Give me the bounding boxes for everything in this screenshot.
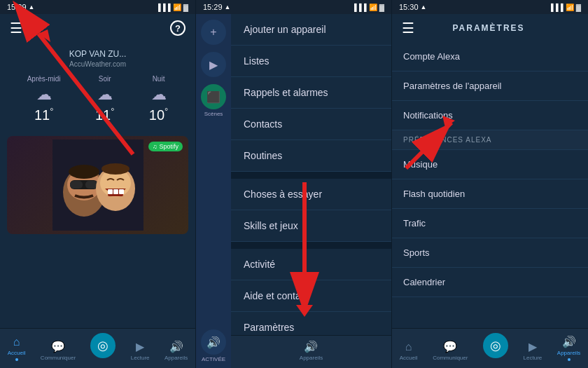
devices-icon: 🔊 (169, 340, 183, 353)
scenes-icon[interactable]: ⬛ (201, 84, 226, 109)
activated-label: ACTIVÉE (202, 356, 225, 362)
nav-label-accueil-3: Accueil (400, 355, 418, 361)
nav-item-appareils-2[interactable]: 🔊 Appareils (294, 339, 328, 362)
nav-item-lecture[interactable]: ▶ Lecture (125, 339, 155, 362)
weather-label-evening: Soir (95, 75, 114, 83)
menu-item-activity[interactable]: Activité (231, 249, 391, 280)
signal-bars-icon: ▐▐▐ (155, 4, 170, 11)
weather-location: KOP VAN ZU... (10, 49, 186, 59)
cloud-icon-evening: ☁ (95, 86, 114, 104)
settings-sports[interactable]: Sports (392, 238, 588, 268)
nav-label-communiquer-3: Communiquer (433, 355, 468, 361)
weather-item-night: Nuit ☁ 10° (149, 75, 168, 123)
time-1: 15:29 (7, 3, 27, 11)
nav-item-accueil-3[interactable]: ⌂ Accueil (394, 339, 424, 362)
battery-icon-3: ▓ (576, 4, 581, 11)
signal-bars-icon-2: ▐▐▐ (351, 4, 366, 11)
svg-rect-10 (108, 189, 113, 194)
menu-item-help[interactable]: Aide et contact (231, 280, 391, 312)
settings-flash[interactable]: Flash quotidien (392, 179, 588, 209)
svg-rect-11 (113, 189, 118, 194)
bottom-nav-2: 🔊 Appareils (231, 335, 391, 368)
nav-item-accueil[interactable]: ⌂ Accueil (2, 334, 31, 362)
weather-row: Après-midi ☁ 11° Soir ☁ 11° Nuit ☁ 10° (10, 75, 186, 123)
status-right-3: ▐▐▐ 📶 ▓ (548, 4, 581, 11)
status-right-2: ▐▐▐ 📶 ▓ (351, 4, 384, 11)
menu-gap-2 (231, 242, 391, 249)
sidebar-item-play[interactable]: ▶ (201, 52, 226, 77)
menu-item-routines[interactable]: Routines (231, 140, 391, 172)
nav-active-dot-3 (568, 358, 570, 361)
battery-icon: ▓ (183, 4, 188, 11)
weather-label-afternoon: Après-midi (27, 75, 61, 83)
bottom-nav-1: ⌂ Accueil 💬 Communiquer ◎ ▶ Lecture 🔊 Ap… (0, 328, 195, 368)
time-2: 15:29 (203, 3, 223, 11)
settings-appareil[interactable]: Paramètres de l'appareil (392, 71, 588, 101)
wifi-icon-2: 📶 (369, 4, 377, 11)
help-icon[interactable]: ? (170, 20, 186, 36)
nav-item-alexa-3[interactable]: ◎ (477, 332, 514, 362)
nav-item-appareils-3[interactable]: 🔊 Appareils (552, 334, 586, 362)
panel2-sidebar: + ▶ ⬛ Scènes 🔊 ACTIVÉE (196, 14, 231, 368)
settings-notifications[interactable]: Notifications (392, 101, 588, 130)
status-left-3: 15:30 ▲ (399, 3, 426, 11)
alexa-button[interactable]: ◎ (90, 333, 115, 358)
sidebar-item-add[interactable]: + (201, 20, 226, 45)
nav-label-appareils-3: Appareils (557, 350, 580, 356)
weather-item-afternoon: Après-midi ☁ 11° (27, 75, 61, 123)
nav-item-communiquer-3[interactable]: 💬 Communiquer (427, 339, 473, 362)
sidebar-item-devices[interactable]: 🔊 ACTIVÉE (201, 329, 226, 362)
play-icon: ▶ (136, 340, 144, 353)
sidebar-item-scenes[interactable]: ⬛ Scènes (201, 84, 226, 117)
nav-item-appareils[interactable]: 🔊 Appareils (159, 339, 193, 362)
settings-trafic[interactable]: Trafic (392, 209, 588, 238)
weather-source: AccuWeather.com (10, 60, 186, 68)
status-bar-1: 15:29 ▲ ▐▐▐ 📶 ▓ (0, 0, 195, 14)
nav-item-alexa[interactable]: ◎ (85, 332, 121, 362)
wifi-icon: 📶 (173, 4, 181, 11)
alexa-icon-3: ◎ (490, 338, 501, 353)
home-icon-3: ⌂ (405, 341, 412, 353)
menu-list: Ajouter un appareil Listes Rappels et al… (231, 14, 391, 343)
nav-label-accueil: Accueil (8, 350, 26, 356)
play-sidebar-icon[interactable]: ▶ (201, 52, 226, 77)
alexa-icon: ◎ (97, 338, 108, 353)
menu-item-try[interactable]: Choses à essayer (231, 179, 391, 210)
panel3-header: ☰ PARAMÈTRES (392, 14, 588, 42)
nav-label-appareils-2: Appareils (300, 355, 323, 361)
nav-item-lecture-3[interactable]: ▶ Lecture (518, 339, 548, 362)
panel1-header: ☰ ? (0, 14, 195, 42)
menu-item-skills[interactable]: Skills et jeux (231, 210, 391, 242)
hamburger-menu-icon-3[interactable]: ☰ (402, 20, 414, 36)
now-playing-card[interactable]: ♫ Spotify (7, 136, 188, 234)
home-icon: ⌂ (13, 336, 20, 348)
settings-list: Compte Alexa Paramètres de l'appareil No… (392, 42, 588, 328)
play-icon-3: ▶ (528, 340, 537, 353)
svg-point-6 (69, 165, 99, 179)
settings-section-preferences: PRÉFÉRENCES ALEXA (392, 130, 588, 150)
weather-temp-afternoon: 11° (27, 106, 61, 123)
settings-calendrier[interactable]: Calendrier (392, 268, 588, 297)
panel-home: 15:29 ▲ ▐▐▐ 📶 ▓ ☰ ? KOP VAN ZU... AccuWe… (0, 0, 196, 368)
spotify-label: Spotify (159, 143, 178, 150)
speaker-sidebar-icon[interactable]: 🔊 (201, 329, 226, 355)
nav-label-lecture: Lecture (131, 355, 150, 361)
add-device-icon[interactable]: + (201, 20, 226, 45)
menu-item-reminders[interactable]: Rappels et alarmes (231, 77, 391, 109)
spotify-icon: ♫ (153, 143, 158, 150)
alexa-button-3[interactable]: ◎ (483, 333, 508, 358)
hamburger-menu-icon[interactable]: ☰ (10, 20, 22, 36)
settings-compte-alexa[interactable]: Compte Alexa (392, 42, 588, 71)
menu-item-contacts[interactable]: Contacts (231, 109, 391, 140)
status-left-1: 15:29 ▲ (7, 3, 34, 11)
weather-temp-evening: 11° (95, 106, 114, 123)
devices-icon-3: 🔊 (562, 335, 576, 348)
settings-musique[interactable]: Musique (392, 150, 588, 179)
menu-item-lists[interactable]: Listes (231, 46, 391, 77)
menu-item-add-device[interactable]: Ajouter un appareil (231, 14, 391, 46)
nav-item-communiquer[interactable]: 💬 Communiquer (35, 339, 81, 362)
wifi-icon-3: 📶 (566, 4, 574, 11)
cartoon-art-svg (52, 139, 144, 231)
time-3: 15:30 (399, 3, 419, 11)
nav-label-lecture-3: Lecture (524, 355, 542, 361)
